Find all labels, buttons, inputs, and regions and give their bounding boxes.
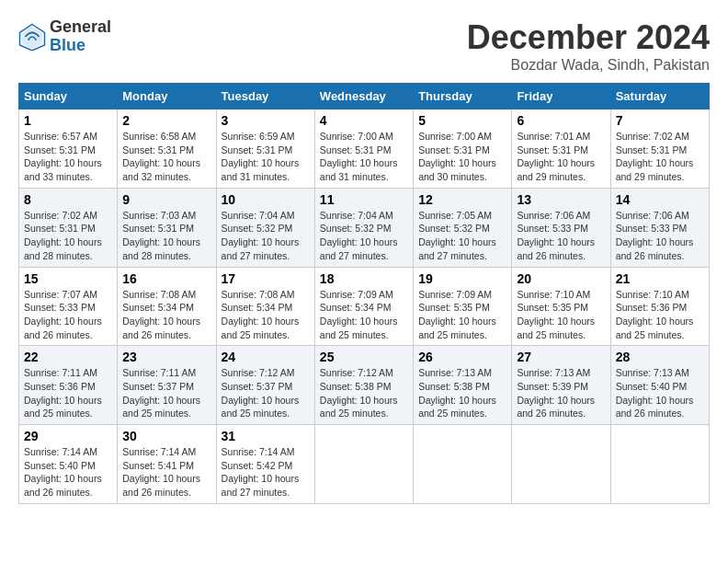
col-monday: Monday [118,84,216,109]
day-info: Sunrise: 7:10 AM Sunset: 5:35 PM Dayligh… [517,288,605,342]
calendar-cell: 3 Sunrise: 6:59 AM Sunset: 5:31 PM Dayli… [216,109,314,189]
logo-text: General Blue [50,18,111,55]
day-number: 1 [24,113,112,128]
calendar-cell [610,425,709,504]
logo-icon [18,23,46,51]
day-number: 17 [222,271,310,286]
day-info: Sunrise: 7:10 AM Sunset: 5:36 PM Dayligh… [616,288,704,342]
calendar-cell: 30 Sunrise: 7:14 AM Sunset: 5:41 PM Dayl… [118,425,216,504]
day-number: 11 [320,192,408,207]
day-info: Sunrise: 6:57 AM Sunset: 5:31 PM Dayligh… [24,130,112,184]
calendar-row: 1 Sunrise: 6:57 AM Sunset: 5:31 PM Dayli… [19,109,710,189]
logo-general: General [50,18,111,37]
day-info: Sunrise: 7:13 AM Sunset: 5:38 PM Dayligh… [418,366,506,420]
day-number: 3 [222,113,310,128]
location: Bozdar Wada, Sindh, Pakistan [467,57,710,74]
day-number: 27 [517,350,605,364]
day-number: 9 [122,192,210,207]
day-number: 13 [517,192,605,207]
calendar-cell: 1 Sunrise: 6:57 AM Sunset: 5:31 PM Dayli… [19,109,118,189]
day-number: 20 [517,271,605,286]
day-number: 8 [24,192,112,207]
day-info: Sunrise: 7:03 AM Sunset: 5:31 PM Dayligh… [122,209,210,263]
calendar-cell: 7 Sunrise: 7:02 AM Sunset: 5:31 PM Dayli… [610,109,709,189]
day-info: Sunrise: 7:00 AM Sunset: 5:31 PM Dayligh… [320,130,408,184]
day-number: 19 [418,271,506,286]
logo: General Blue [18,18,111,55]
calendar-header-row: Sunday Monday Tuesday Wednesday Thursday… [19,84,710,109]
day-number: 31 [222,429,310,443]
calendar-cell: 22 Sunrise: 7:11 AM Sunset: 5:36 PM Dayl… [19,346,118,425]
logo-blue: Blue [50,37,111,55]
day-number: 25 [320,350,408,364]
day-info: Sunrise: 7:04 AM Sunset: 5:32 PM Dayligh… [222,209,310,263]
day-info: Sunrise: 7:00 AM Sunset: 5:31 PM Dayligh… [418,130,506,184]
calendar-cell: 31 Sunrise: 7:14 AM Sunset: 5:42 PM Dayl… [216,425,314,504]
col-saturday: Saturday [610,84,709,109]
day-info: Sunrise: 7:11 AM Sunset: 5:36 PM Dayligh… [24,366,112,420]
calendar-cell: 28 Sunrise: 7:13 AM Sunset: 5:40 PM Dayl… [610,346,709,425]
day-number: 5 [418,113,506,128]
day-number: 2 [122,113,210,128]
calendar-cell: 11 Sunrise: 7:04 AM Sunset: 5:32 PM Dayl… [314,188,413,267]
col-sunday: Sunday [19,84,118,109]
calendar-cell: 16 Sunrise: 7:08 AM Sunset: 5:34 PM Dayl… [118,267,216,346]
day-info: Sunrise: 7:14 AM Sunset: 5:41 PM Dayligh… [122,445,210,500]
day-number: 15 [24,271,112,286]
day-number: 28 [616,350,704,364]
day-number: 29 [24,429,112,443]
calendar-cell: 5 Sunrise: 7:00 AM Sunset: 5:31 PM Dayli… [414,109,512,189]
day-info: Sunrise: 7:12 AM Sunset: 5:37 PM Dayligh… [222,366,310,420]
col-thursday: Thursday [414,84,512,109]
day-info: Sunrise: 7:08 AM Sunset: 5:34 PM Dayligh… [222,288,310,342]
day-info: Sunrise: 7:13 AM Sunset: 5:40 PM Dayligh… [616,366,704,420]
calendar-cell: 9 Sunrise: 7:03 AM Sunset: 5:31 PM Dayli… [118,188,216,267]
calendar-cell [414,425,512,504]
calendar-cell: 19 Sunrise: 7:09 AM Sunset: 5:35 PM Dayl… [414,267,512,346]
day-number: 22 [24,350,112,364]
day-info: Sunrise: 7:14 AM Sunset: 5:40 PM Dayligh… [24,445,112,500]
calendar-row: 29 Sunrise: 7:14 AM Sunset: 5:40 PM Dayl… [19,425,710,504]
month-title: December 2024 [467,18,710,57]
page-header: General Blue December 2024 Bozdar Wada, … [18,18,710,74]
day-info: Sunrise: 7:02 AM Sunset: 5:31 PM Dayligh… [24,209,112,263]
day-number: 23 [122,350,210,364]
day-number: 12 [418,192,506,207]
calendar-cell: 27 Sunrise: 7:13 AM Sunset: 5:39 PM Dayl… [512,346,610,425]
day-info: Sunrise: 7:04 AM Sunset: 5:32 PM Dayligh… [320,209,408,263]
day-info: Sunrise: 7:07 AM Sunset: 5:33 PM Dayligh… [24,288,112,342]
calendar-cell: 17 Sunrise: 7:08 AM Sunset: 5:34 PM Dayl… [216,267,314,346]
day-info: Sunrise: 6:59 AM Sunset: 5:31 PM Dayligh… [222,130,310,184]
day-info: Sunrise: 7:13 AM Sunset: 5:39 PM Dayligh… [517,366,605,420]
calendar-cell [314,425,413,504]
col-wednesday: Wednesday [314,84,413,109]
day-info: Sunrise: 7:06 AM Sunset: 5:33 PM Dayligh… [517,209,605,263]
day-number: 21 [616,271,704,286]
day-info: Sunrise: 7:02 AM Sunset: 5:31 PM Dayligh… [616,130,704,184]
day-number: 10 [222,192,310,207]
calendar-cell: 23 Sunrise: 7:11 AM Sunset: 5:37 PM Dayl… [118,346,216,425]
day-info: Sunrise: 7:06 AM Sunset: 5:33 PM Dayligh… [616,209,704,263]
calendar-cell [512,425,610,504]
calendar-cell: 21 Sunrise: 7:10 AM Sunset: 5:36 PM Dayl… [610,267,709,346]
calendar-cell: 12 Sunrise: 7:05 AM Sunset: 5:32 PM Dayl… [414,188,512,267]
calendar-cell: 15 Sunrise: 7:07 AM Sunset: 5:33 PM Dayl… [19,267,118,346]
day-info: Sunrise: 7:11 AM Sunset: 5:37 PM Dayligh… [122,366,210,420]
day-number: 16 [122,271,210,286]
calendar-cell: 10 Sunrise: 7:04 AM Sunset: 5:32 PM Dayl… [216,188,314,267]
day-info: Sunrise: 7:08 AM Sunset: 5:34 PM Dayligh… [122,288,210,342]
day-info: Sunrise: 7:09 AM Sunset: 5:34 PM Dayligh… [320,288,408,342]
calendar-cell: 25 Sunrise: 7:12 AM Sunset: 5:38 PM Dayl… [314,346,413,425]
calendar-cell: 8 Sunrise: 7:02 AM Sunset: 5:31 PM Dayli… [19,188,118,267]
calendar-row: 15 Sunrise: 7:07 AM Sunset: 5:33 PM Dayl… [19,267,710,346]
calendar-cell: 29 Sunrise: 7:14 AM Sunset: 5:40 PM Dayl… [19,425,118,504]
calendar-row: 8 Sunrise: 7:02 AM Sunset: 5:31 PM Dayli… [19,188,710,267]
calendar-cell: 4 Sunrise: 7:00 AM Sunset: 5:31 PM Dayli… [314,109,413,189]
col-tuesday: Tuesday [216,84,314,109]
calendar-cell: 18 Sunrise: 7:09 AM Sunset: 5:34 PM Dayl… [314,267,413,346]
day-number: 4 [320,113,408,128]
day-info: Sunrise: 7:14 AM Sunset: 5:42 PM Dayligh… [222,445,310,500]
calendar-row: 22 Sunrise: 7:11 AM Sunset: 5:36 PM Dayl… [19,346,710,425]
day-number: 24 [222,350,310,364]
day-info: Sunrise: 7:09 AM Sunset: 5:35 PM Dayligh… [418,288,506,342]
